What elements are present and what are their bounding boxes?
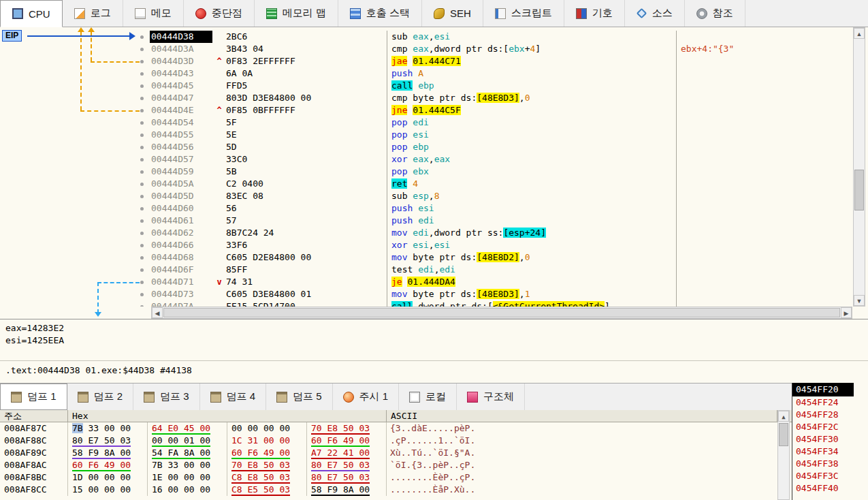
breakpoint-dot[interactable] [140, 72, 144, 76]
dump-row[interactable]: 008AF88C80 E7 50 0300 00 01 001C 31 00 0… [0, 435, 792, 447]
dump-hex-group[interactable]: 80 E7 50 03 [68, 435, 148, 447]
dump-hex-group[interactable]: 15 00 00 00 [68, 484, 148, 496]
breakpoint-dot[interactable] [140, 84, 144, 88]
bottom-tab-4[interactable]: 덤프 4 [200, 384, 267, 410]
dump-row[interactable]: 008AF87C7B 33 00 0064 E0 45 0000 00 00 0… [0, 422, 792, 435]
breakpoint-dot[interactable] [140, 109, 144, 112]
disasm-row[interactable]: 00444D6157push edi [0, 215, 852, 227]
top-tab-10[interactable]: 소스 [625, 0, 685, 27]
breakpoint-dot[interactable] [140, 219, 144, 223]
top-tab-7[interactable]: SEH [422, 0, 483, 27]
top-tab-2[interactable]: 로그 [63, 0, 123, 27]
breakpoint-dot[interactable] [140, 207, 144, 210]
breakpoint-dot[interactable] [140, 244, 144, 247]
stack-address-row[interactable]: 0454FF40 [792, 482, 868, 495]
bottom-tab-1[interactable]: 덤프 1 [0, 384, 67, 410]
bottom-tab-5[interactable]: 덤프 5 [266, 384, 333, 410]
top-tab-11[interactable]: 참조 [685, 0, 745, 27]
scroll-up-icon[interactable]: ▲ [778, 411, 789, 422]
dump-hex-group[interactable]: 58 F9 8A 00 [68, 447, 148, 459]
breakpoint-dot[interactable] [140, 48, 144, 51]
stack-address-row[interactable]: 0454FF38 [792, 458, 868, 470]
dump-hex-group[interactable]: 16 00 00 00 [148, 484, 227, 496]
stack-selected-address[interactable]: 0454FF20 [792, 383, 854, 396]
disasm-horizontal-scrollbar[interactable]: ◀ ▶ [151, 307, 852, 319]
scrollbar-thumb[interactable] [163, 308, 840, 317]
top-tab-3[interactable]: 메모 [123, 0, 184, 27]
breakpoint-dot[interactable] [140, 134, 144, 137]
bottom-tab-6[interactable]: 주시 1 [333, 384, 400, 410]
bottom-tab-3[interactable]: 덤프 3 [133, 384, 200, 410]
breakpoint-dot[interactable] [140, 268, 144, 272]
dump-hex-group[interactable]: 70 E8 50 03 [307, 422, 387, 435]
disasm-row[interactable]: 00444D7AFF15 5CD14700call dword ptr ds:[… [0, 300, 852, 307]
disasm-row[interactable]: 00444D68C605 D2E84800 00mov byte ptr ds:… [0, 251, 852, 264]
disasm-row[interactable]: 00444D5AC2 0400ret 4 [0, 178, 852, 190]
bottom-tab-8[interactable]: 구조체 [457, 384, 525, 410]
breakpoint-dot[interactable] [140, 293, 144, 296]
disasm-row[interactable]: 00444D595Bpop ebx [0, 166, 852, 178]
breakpoint-dot[interactable] [140, 158, 144, 161]
breakpoint-dot[interactable] [140, 232, 144, 235]
dump-hex-group[interactable]: 80 E7 50 03 [307, 471, 387, 484]
dump-hex-group[interactable]: 58 F9 8A 00 [307, 484, 387, 496]
breakpoint-dot[interactable] [140, 121, 144, 125]
breakpoint-dot[interactable] [140, 97, 144, 100]
dump-hex-group[interactable]: 1E 00 00 00 [148, 471, 227, 484]
dump-hex-group[interactable]: 60 F6 49 00 [307, 435, 387, 447]
top-tab-6[interactable]: 호출 스택 [338, 0, 422, 27]
dump-row[interactable]: 008AF8AC60 F6 49 007B 33 00 0070 E8 50 0… [0, 459, 792, 471]
breakpoint-dot[interactable] [140, 35, 144, 39]
scrollbar-thumb[interactable] [854, 170, 864, 210]
dump-hex-group[interactable]: 60 F6 49 00 [227, 447, 307, 459]
disasm-row[interactable]: 00444D6F85FFtest edi,edi [0, 264, 852, 276]
dump-hex-group[interactable]: C8 E5 50 03 [227, 484, 307, 496]
top-tab-9[interactable]: 기호 [564, 0, 625, 27]
stack-address-row[interactable]: 0454FF30 [792, 433, 868, 446]
disasm-row[interactable]: 00444D436A 0Apush A [0, 67, 852, 80]
disasm-row[interactable]: 00444D73C605 D3E84800 01mov byte ptr ds:… [0, 288, 852, 300]
dump-hex-group[interactable]: 00 00 01 00 [148, 435, 227, 447]
disasm-row[interactable]: 00444D47803D D3E84800 00cmp byte ptr ds:… [0, 92, 852, 104]
disasm-vertical-scrollbar[interactable]: ▲ ▼ [853, 27, 865, 307]
disasm-row[interactable]: 00444D5D83EC 08sub esp,8 [0, 190, 852, 202]
breakpoint-dot[interactable] [140, 170, 144, 174]
dump-hex-group[interactable]: 1D 00 00 00 [68, 471, 148, 484]
top-tab-5[interactable]: 메모리 맵 [255, 0, 338, 27]
breakpoint-dot[interactable] [140, 60, 144, 63]
breakpoint-dot[interactable] [140, 256, 144, 260]
disasm-row[interactable]: 00444D628B7C24 24mov edi,dword ptr ss:[e… [0, 227, 852, 239]
dump-row[interactable]: 008AF8CC15 00 00 0016 00 00 00C8 E5 50 0… [0, 484, 792, 496]
breakpoint-dot[interactable] [140, 305, 144, 307]
dump-hex-group[interactable]: A7 22 41 00 [307, 447, 387, 459]
dump-hex-group[interactable]: 70 E8 50 03 [227, 459, 307, 471]
dump-hex-group[interactable]: C8 E8 50 03 [227, 471, 307, 484]
disasm-row[interactable]: 00444D545Fpop edi [0, 116, 852, 129]
scroll-right-icon[interactable]: ▶ [841, 307, 852, 318]
disasm-row[interactable]: 00444D45FFD5call ebp [0, 80, 852, 92]
dump-hex-group[interactable]: 7B 33 00 00 [148, 459, 227, 471]
disasm-row[interactable]: 00444D565Dpop ebp [0, 141, 852, 153]
stack-address-row[interactable]: 0454FF3C [792, 470, 868, 482]
stack-address-row[interactable]: 0454FF24 [792, 396, 868, 409]
breakpoint-dot[interactable] [140, 183, 144, 186]
dump-hex-group[interactable]: 1C 31 00 00 [227, 435, 307, 447]
disasm-row[interactable]: 00444D382BC6sub eax,esi [0, 31, 852, 43]
stack-address-row[interactable]: 0454FF2C [792, 421, 868, 433]
breakpoint-dot[interactable] [140, 195, 144, 198]
top-tab-1[interactable]: CPU [0, 0, 63, 27]
dump-row[interactable]: 008AF8BC1D 00 00 001E 00 00 00C8 E8 50 0… [0, 471, 792, 484]
top-tab-4[interactable]: 중단점 [184, 0, 255, 27]
scroll-down-icon[interactable]: ▼ [854, 295, 865, 306]
disasm-row[interactable]: 00444D6633F6xor esi,esi [0, 239, 852, 251]
top-tab-8[interactable]: 스크립트 [483, 0, 564, 27]
dump-row[interactable]: 008AF89C58 F9 8A 0054 FA 8A 0060 F6 49 0… [0, 447, 792, 459]
breakpoint-dot[interactable] [140, 146, 144, 149]
bottom-tab-2[interactable]: 덤프 2 [67, 384, 134, 410]
disasm-row[interactable]: 00444D3A3B43 04cmp eax,dword ptr ds:[ebx… [0, 43, 852, 55]
dump-vertical-scrollbar[interactable]: ▲ [777, 410, 790, 500]
dump-hex-group[interactable]: 60 F6 49 00 [68, 459, 148, 471]
dump-hex-group[interactable]: 00 00 00 00 [227, 422, 307, 435]
scrollbar-thumb[interactable] [779, 423, 788, 446]
disasm-row[interactable]: 00444D5733C0xor eax,eax [0, 153, 852, 166]
